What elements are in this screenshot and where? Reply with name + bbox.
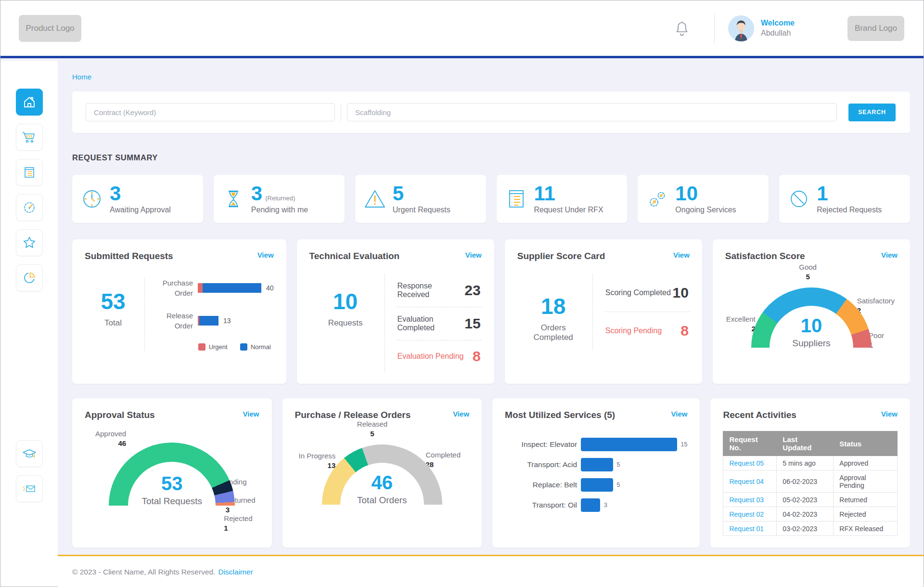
supplier-score-view-link[interactable]: View <box>673 251 690 259</box>
updated-cell: 06-02-2023 <box>777 470 834 493</box>
service-row: Transport: Acid 5 <box>505 458 687 471</box>
bar-category: ReleaseOrder <box>157 311 193 331</box>
request-summary-title: REQUEST SUMMARY <box>72 153 910 162</box>
header: Product Logo <box>0 0 924 58</box>
brand-logo-label: Brand Logo <box>855 24 897 33</box>
search-button[interactable]: SEARCH <box>848 104 896 121</box>
service-value: 5 <box>617 461 620 468</box>
summary-card-urgent-requests[interactable]: 5 Urgent Requests <box>355 175 486 223</box>
approval-status-view-link[interactable]: View <box>243 410 259 418</box>
rfx-document-icon <box>507 188 526 209</box>
submitted-requests-view-link[interactable]: View <box>257 251 274 259</box>
stat-label: Response Received <box>398 282 465 299</box>
sidebar-item-requests[interactable] <box>16 159 43 186</box>
welcome-text: Welcome <box>761 18 795 28</box>
request-link[interactable]: Request 03 <box>729 496 764 504</box>
summary-card-pending-with-me[interactable]: 3 (Returned) Pending with me <box>214 175 345 223</box>
summary-card-rejected-requests[interactable]: 1 Rejected Requests <box>779 175 910 223</box>
legend-label: Urgent <box>209 343 228 351</box>
request-link[interactable]: Request 01 <box>729 525 764 533</box>
submitted-total-value: 53 <box>85 290 141 313</box>
stat-row-evaluation-pending: Evaluation Pending 8 <box>397 340 482 372</box>
normal-swatch <box>240 343 247 351</box>
star-icon <box>22 235 37 250</box>
panel-title: Purchase / Release Orders <box>295 410 411 420</box>
normal-segment <box>199 316 218 326</box>
breadcrumb[interactable]: Home <box>72 73 91 81</box>
sidebar-item-dashboard[interactable] <box>16 194 43 221</box>
orders-gauge: Released5 In Progress13 Completed28 46 T… <box>295 423 470 527</box>
summary-card-ongoing-services[interactable]: 10 Ongoing Services <box>638 175 769 223</box>
bar-total: 13 <box>223 317 231 325</box>
legend-normal: Normal <box>240 343 271 351</box>
notifications-button[interactable] <box>675 20 689 37</box>
gauge-center: 46 Total Orders <box>341 473 423 505</box>
panel-title: Most Utilized Services (5) <box>505 410 615 420</box>
stat-label: Evaluation Pending <box>398 352 464 361</box>
stat-row-evaluation-completed: Evaluation Completed 15 <box>397 307 482 340</box>
gauge-center: 53 Total Requests <box>131 474 213 506</box>
legend-urgent: Urgent <box>198 343 228 351</box>
submitted-requests-panel: Submitted Requests View 53 Total Purchas… <box>72 239 286 384</box>
bar-row-release-order: ReleaseOrder 13 <box>157 311 274 331</box>
sidebar-item-home[interactable] <box>16 89 43 116</box>
sidebar-item-learning[interactable] <box>16 440 43 467</box>
request-link[interactable]: Request 02 <box>729 510 764 518</box>
warning-triangle-icon <box>364 189 386 209</box>
stat-value: 10 <box>672 285 688 301</box>
sidebar-item-orders[interactable] <box>16 124 43 151</box>
summary-card-awaiting-approval[interactable]: 3 Awaiting Approval <box>72 175 203 223</box>
satisfaction-score-view-link[interactable]: View <box>881 251 898 259</box>
service-bar <box>581 458 613 471</box>
service-value: 3 <box>604 502 607 509</box>
supplier-total-value: 18 <box>517 295 590 317</box>
status-cell: Rejected <box>834 507 898 522</box>
panel-title: Recent Activities <box>723 410 796 420</box>
category-input[interactable] <box>347 103 837 121</box>
summary-label: Urgent Requests <box>393 206 450 214</box>
stat-row-response-received: Response Received 23 <box>397 274 482 307</box>
service-label: Inspect: Elevator <box>505 440 581 449</box>
gauge-center: 10 Suppliers <box>770 316 852 348</box>
service-row: Inspect: Elevator 15 <box>505 438 687 451</box>
summary-value: 5 <box>393 183 404 204</box>
contract-keyword-input[interactable] <box>86 103 335 121</box>
gauge-icon <box>22 200 37 215</box>
user-avatar-icon <box>728 15 754 41</box>
table-row: Request 03 05-02-2023 Returned <box>723 493 898 507</box>
normal-segment <box>203 283 261 293</box>
copyright-text: © 2023 - Client Name, All Rights Reserve… <box>72 568 215 576</box>
avatar[interactable] <box>728 15 754 41</box>
summary-card-request-under-rfx[interactable]: 11 Request Under RFX <box>497 175 628 223</box>
most-utilized-view-link[interactable]: View <box>671 410 688 418</box>
sidebar-item-messages[interactable] <box>16 475 43 502</box>
request-link[interactable]: Request 04 <box>729 478 764 485</box>
recent-activities-view-link[interactable]: View <box>881 410 898 418</box>
updated-cell: 03-02-2023 <box>777 522 834 536</box>
disclaimer-link[interactable]: Disclaimer <box>218 568 253 576</box>
status-cell: RFX Released <box>834 522 898 536</box>
col-last-updated: Last Updated <box>777 431 834 456</box>
service-bar <box>581 438 677 451</box>
technical-evaluation-view-link[interactable]: View <box>465 251 482 259</box>
table-row: Request 01 03-02-2023 RFX Released <box>723 522 898 536</box>
purchase-release-view-link[interactable]: View <box>453 410 469 418</box>
sidebar-item-reports[interactable] <box>16 264 43 291</box>
stat-row-scoring-completed: Scoring Completed 10 <box>604 274 690 312</box>
service-row: Transport: Oil 3 <box>505 498 687 512</box>
status-cell: Returned <box>834 493 898 507</box>
service-label: Transport: Acid <box>505 460 581 469</box>
service-label: Transport: Oil <box>505 501 581 509</box>
summary-value: 10 <box>675 183 698 204</box>
footer: © 2023 - Client Name, All Rights Reserve… <box>58 555 924 587</box>
recent-activities-panel: Recent Activities View Request No. Last … <box>710 398 910 548</box>
gauge-label-good: Good5 <box>799 262 817 282</box>
request-link[interactable]: Request 05 <box>729 459 764 467</box>
sidebar <box>0 61 58 587</box>
stat-value: 8 <box>680 323 689 339</box>
updated-cell: 5 mins ago <box>777 456 834 470</box>
search-divider <box>341 103 341 121</box>
stat-label: Scoring Pending <box>605 326 662 335</box>
sidebar-item-favorites[interactable] <box>16 229 43 256</box>
supplier-score-card-panel: Supplier Score Card View 18 Orders Compl… <box>505 239 702 384</box>
